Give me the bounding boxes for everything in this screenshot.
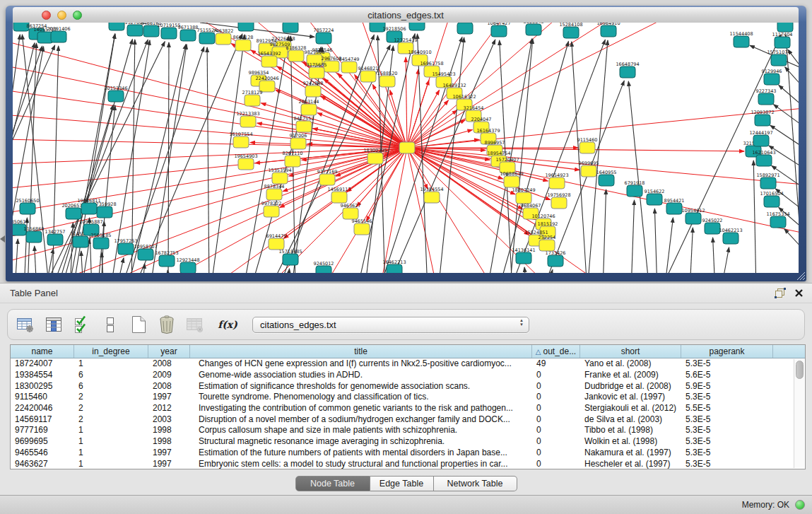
table-row[interactable]: 1456911722003Disruption of a novel membe… [11,414,805,425]
select-all-icon[interactable] [71,314,93,335]
delete-table-icon[interactable] [184,314,206,335]
graph-node[interactable]: 9777169 [317,169,338,185]
graph-node[interactable]: 19756928 [547,192,570,209]
graph-node[interactable]: 16462213 [382,259,406,273]
table-cell[interactable]: Tibbo et al. (1998) [580,425,681,436]
graph-node[interactable]: 9242848 [303,81,324,97]
table-cell[interactable]: 0 [532,403,580,414]
graph-node[interactable]: 19654903 [234,153,257,170]
table-cell[interactable]: Stergiakouli et al. (2012) [580,403,681,414]
graph-node[interactable]: 6914479 [266,233,287,250]
graph-node[interactable]: 1733426 [546,250,566,267]
table-cell[interactable]: 9699695 [11,436,74,447]
table-cell[interactable]: 1 [74,459,148,469]
table-cell[interactable]: 6 [74,370,148,380]
table-row[interactable]: 1830029562008Estimation of significance … [11,380,805,392]
table-cell[interactable]: Estimation of the future numbers of pati… [190,448,532,458]
network-view-canvas[interactable]: 1873084386372541405571720891406106532871… [13,23,799,273]
graph-node[interactable]: 1342757 [45,229,66,245]
graph-node[interactable]: 2687012 [775,23,796,32]
table-row[interactable]: 946554611997Estimation of the future num… [11,448,805,459]
graph-node[interactable]: 9465546 [352,218,372,235]
graph-node[interactable]: 14569117 [327,187,351,203]
table-cell[interactable]: 5.3E-5 [681,448,773,458]
column-header-year[interactable]: year [148,345,190,358]
table-cell[interactable]: 2 [74,403,148,414]
graph-node[interactable]: 9146821 [358,66,379,82]
graph-node[interactable]: 18807249 [512,187,535,204]
graph-node[interactable]: 15722637 [453,23,476,34]
graph-node[interactable]: 9129946 [762,69,782,85]
table-cell[interactable]: 0 [532,436,580,447]
graph-node[interactable]: 7857224 [314,28,334,44]
graph-node[interactable]: 16964910 [596,23,620,37]
table-cell[interactable]: 18300295 [11,381,74,392]
graph-node[interactable]: 2803144 [299,99,319,115]
table-cell[interactable]: 2008 [148,358,190,369]
table-cell[interactable]: Changes of HCN gene expression and I(f) … [190,358,532,369]
graph-node[interactable]: 9463627 [341,203,361,219]
graph-node[interactable]: 25160650 [16,198,39,214]
graph-node[interactable]: 19654923 [545,173,568,189]
table-cell[interactable]: Wolkin et al. (1998) [580,436,681,447]
graph-node[interactable]: 20153346 [104,86,127,102]
table-cell[interactable]: Tourette syndrome. Phenomenology and cla… [190,392,532,402]
graph-node[interactable]: 1588520 [377,71,398,87]
graph-node[interactable]: 14136141 [512,247,535,264]
graph-node[interactable]: 10958107 [134,244,157,260]
table-cell[interactable]: 2 [74,414,148,425]
graph-node[interactable]: 8130304 [407,23,428,30]
table-cell[interactable]: 2003 [148,414,190,425]
table-row[interactable]: 1872400712008Changes of HCN gene express… [11,358,805,370]
graph-node[interactable]: 12923448 [176,257,199,273]
graph-node[interactable]: 16107554 [229,132,252,148]
graph-node[interactable]: 16210643 [752,150,775,166]
table-cell[interactable]: 1 [74,448,148,458]
table-cell[interactable]: 18724007 [11,358,74,369]
table-row[interactable]: 969969511998Structural magnetic resonanc… [11,436,805,448]
graph-node[interactable]: 15284108 [559,23,582,38]
tab-edge-table[interactable]: Edge Table [370,476,434,491]
show-column-icon[interactable] [43,314,64,335]
table-cell[interactable]: Embryonic stem cells: a model to study s… [190,459,532,469]
splitter-collapse-arrow[interactable] [0,235,5,243]
table-cell[interactable]: 1998 [148,436,190,447]
table-cell[interactable]: 5.3E-5 [681,358,773,369]
table-cell[interactable]: 9463627 [11,459,74,469]
table-cell[interactable]: Structural magnetic resonance image aver… [190,436,532,447]
graph-node[interactable]: 8186328 [286,45,307,62]
table-cell[interactable]: 22420046 [11,403,74,414]
table-mode-icon[interactable] [15,314,36,335]
table-cell[interactable]: 2012 [148,403,190,414]
table-row[interactable]: 946362711997Embryonic stem cells: a mode… [11,458,805,469]
graph-node[interactable]: 8267110 [283,151,303,167]
graph-node[interactable]: 252254 [539,235,556,251]
table-cell[interactable]: 1 [74,425,148,436]
table-cell[interactable]: Nakamura et al. (1997) [580,448,681,458]
column-header-out_de[interactable]: △out_de... [532,345,580,358]
table-cell[interactable]: Corpus callosum shape and size in male p… [190,425,532,436]
graph-node[interactable]: 11544408 [729,31,753,47]
table-cell[interactable]: Yano et al. (2008) [580,358,681,369]
function-builder-icon[interactable]: f(x) [217,314,238,335]
graph-node[interactable]: 8878344 [264,184,285,200]
table-cell[interactable]: 2 [74,392,148,402]
graph-node[interactable]: 9978222 [261,201,282,217]
graph-node[interactable]: 12213383 [236,111,259,127]
table-row[interactable]: 1938455462009Genome-wide association stu… [11,370,805,381]
graph-node[interactable]: 1156869 [24,226,45,243]
graph-node[interactable]: 2505185 [91,233,112,249]
table-cell[interactable]: 1 [74,436,148,447]
graph-node[interactable]: 9115460 [577,137,598,153]
graph-node[interactable]: 917006 [290,133,307,149]
table-cell[interactable]: 0 [532,392,580,402]
table-cell[interactable]: 9465546 [11,448,74,458]
graph-node[interactable]: 16053809 [278,23,302,33]
table-cell[interactable]: 5.3E-5 [681,392,773,402]
graph-node[interactable]: 8427552 [294,116,314,132]
table-cell[interactable]: Disruption of a novel member of a sodium… [190,414,532,425]
table-cell[interactable]: 6 [74,381,148,392]
table-cell[interactable]: Dudbridge et al. (2008) [580,381,681,392]
graph-node[interactable]: 1640955 [596,170,617,186]
tab-network-table[interactable]: Network Table [434,476,517,491]
